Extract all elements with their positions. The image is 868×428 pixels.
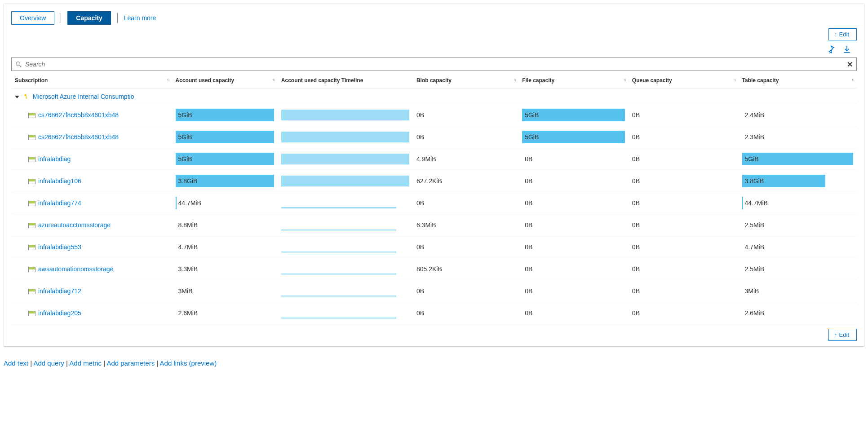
timeline-sparkline xyxy=(281,264,397,274)
table-value: 2.6MiB xyxy=(745,309,765,317)
learn-more-link[interactable]: Learn more xyxy=(124,14,156,22)
account-name-cell: infralabdiag xyxy=(11,148,172,170)
edit-button[interactable]: ↑ Edit xyxy=(828,28,857,40)
key-icon xyxy=(24,93,31,100)
used-value: 5GiB xyxy=(178,133,192,141)
queue-capacity-cell: 0B xyxy=(629,126,739,148)
account-link[interactable]: infralabdiag xyxy=(38,155,71,163)
table-row: cs268627f8c65b8x4601xb485GiB0B5GiB0B2.3M… xyxy=(11,126,857,148)
table-capacity-cell: 2.3MiB xyxy=(739,126,857,148)
table-value: 2.4MiB xyxy=(745,111,765,119)
file-bar: 0B xyxy=(522,307,625,319)
search-input[interactable] xyxy=(22,60,853,69)
account-link[interactable]: cs768627f8c65b8x4601xb48 xyxy=(38,111,119,119)
add-query-link[interactable]: Add query xyxy=(33,359,64,367)
file-capacity-cell: 0B xyxy=(518,192,629,214)
add-text-link[interactable]: Add text xyxy=(4,359,28,367)
timeline-cell xyxy=(278,126,413,148)
subscription-group-label[interactable]: Microsoft Azure Internal Consumptio xyxy=(33,93,134,100)
file-bar: 0B xyxy=(522,153,625,165)
account-link[interactable]: infralabdiag106 xyxy=(38,177,81,185)
pin-icon[interactable] xyxy=(826,45,835,54)
file-bar: 0B xyxy=(522,263,625,275)
sort-icon: ↑↓ xyxy=(733,77,736,82)
account-name-cell: awsautomationomsstorage xyxy=(11,258,172,280)
account-link[interactable]: cs268627f8c65b8x4601xb48 xyxy=(38,133,119,141)
table-bar: 2.5MiB xyxy=(742,219,854,231)
file-value: 0B xyxy=(525,177,532,185)
timeline-sparkline xyxy=(281,154,409,164)
edit-button-label: Edit xyxy=(839,331,849,338)
table-value: 4.7MiB xyxy=(745,243,765,251)
table-value: 2.3MiB xyxy=(745,133,765,141)
capacity-tab[interactable]: Capacity xyxy=(67,11,111,25)
account-link[interactable]: infralabdiag205 xyxy=(38,309,81,317)
col-subscription[interactable]: Subscription↑↓ xyxy=(11,71,172,88)
add-parameters-link[interactable]: Add parameters xyxy=(106,359,155,367)
queue-capacity-cell: 0B xyxy=(629,302,739,324)
used-capacity-cell: 8.8MiB xyxy=(172,214,278,236)
timeline-sparkline xyxy=(281,286,397,296)
account-link[interactable]: awsautomationomsstorage xyxy=(38,265,113,273)
used-capacity-cell: 4.7MiB xyxy=(172,236,278,258)
table-capacity-cell: 2.6MiB xyxy=(739,302,857,324)
col-used-label: Account used capacity xyxy=(176,77,235,84)
subscription-group-row[interactable]: Microsoft Azure Internal Consumptio xyxy=(11,88,857,104)
timeline-sparkline xyxy=(281,242,397,252)
storage-icon xyxy=(28,179,35,184)
timeline-cell xyxy=(278,280,413,302)
blob-capacity-cell: 0B xyxy=(413,302,518,324)
table-bar: 2.5MiB xyxy=(742,263,854,275)
table-value: 3.8GiB xyxy=(745,177,764,185)
file-value: 0B xyxy=(525,309,532,317)
timeline-cell xyxy=(278,192,413,214)
table-capacity-cell: 3.8GiB xyxy=(739,170,857,192)
search-box[interactable]: ✕ xyxy=(11,57,857,71)
col-used[interactable]: Account used capacity↑↓ xyxy=(172,71,278,88)
table-value: 3MiB xyxy=(745,287,759,295)
used-bar: 3MiB xyxy=(176,285,274,297)
edit-button[interactable]: ↑ Edit xyxy=(828,329,857,341)
account-link[interactable]: infralabdiag553 xyxy=(38,243,81,251)
download-icon[interactable] xyxy=(842,45,851,54)
sort-icon: ↑↓ xyxy=(623,77,626,82)
used-value: 44.7MiB xyxy=(178,199,201,207)
close-icon[interactable]: ✕ xyxy=(847,60,853,69)
account-link[interactable]: azureautoacctomsstorage xyxy=(38,221,111,229)
overview-tab[interactable]: Overview xyxy=(11,11,54,25)
account-link[interactable]: infralabdiag774 xyxy=(38,199,81,207)
used-capacity-cell: 5GiB xyxy=(172,104,278,126)
table-capacity-cell: 2.4MiB xyxy=(739,104,857,126)
top-edit-row: ↑ Edit xyxy=(11,28,857,40)
col-file[interactable]: File capacity↑↓ xyxy=(518,71,629,88)
sort-icon: ↑↓ xyxy=(167,77,169,82)
used-bar: 5GiB xyxy=(176,131,274,143)
col-blob[interactable]: Blob capacity↑↓ xyxy=(413,71,518,88)
file-value: 0B xyxy=(525,155,532,163)
blob-capacity-cell: 805.2KiB xyxy=(413,258,518,280)
blob-capacity-cell: 6.3MiB xyxy=(413,214,518,236)
col-timeline[interactable]: Account used capacity Timeline xyxy=(278,71,413,88)
file-bar: 0B xyxy=(522,197,625,209)
add-links-link[interactable]: Add links (preview) xyxy=(160,359,217,367)
account-link[interactable]: infralabdiag712 xyxy=(38,287,81,295)
col-table-label: Table capacity xyxy=(742,77,779,84)
storage-icon xyxy=(28,267,35,272)
file-bar: 0B xyxy=(522,285,625,297)
table-row: infralabdiag2052.6MiB0B0B0B2.6MiB xyxy=(11,302,857,324)
table-capacity-cell: 44.7MiB xyxy=(739,192,857,214)
timeline-cell xyxy=(278,104,413,126)
timeline-sparkline xyxy=(281,198,397,208)
col-queue[interactable]: Queue capacity↑↓ xyxy=(629,71,739,88)
add-metric-link[interactable]: Add metric xyxy=(69,359,102,367)
used-capacity-cell: 5GiB xyxy=(172,126,278,148)
table-row: cs768627f8c65b8x4601xb485GiB0B5GiB0B2.4M… xyxy=(11,104,857,126)
table-bar: 2.3MiB xyxy=(742,131,854,143)
table-bar: 2.4MiB xyxy=(742,109,854,121)
table-row: infralabdiag7123MiB0B0B0B3MiB xyxy=(11,280,857,302)
timeline-sparkline xyxy=(281,308,397,318)
col-table[interactable]: Table capacity↑↓ xyxy=(739,71,857,88)
tab-divider xyxy=(61,13,61,23)
account-name-cell: infralabdiag553 xyxy=(11,236,172,258)
table-value: 2.5MiB xyxy=(745,221,765,229)
